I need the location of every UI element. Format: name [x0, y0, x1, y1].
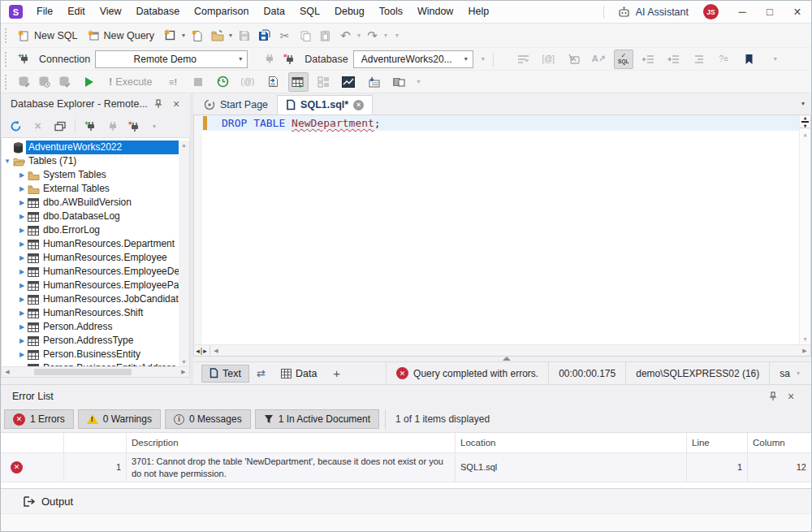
filter-messages-button[interactable]: i 0 Messages	[165, 409, 251, 429]
tree-item-humanresources-department[interactable]: ▶HumanResources.Department	[2, 237, 179, 251]
explorer-disconnect-button[interactable]: ×	[124, 116, 145, 136]
chevron-right-icon[interactable]: ▶	[16, 185, 28, 192]
pin-icon[interactable]	[764, 388, 782, 404]
tab-start-page[interactable]: Start Page	[195, 95, 277, 115]
results-tab-data[interactable]: Data	[273, 365, 325, 383]
filter-active-document-button[interactable]: 1 In Active Document	[255, 409, 379, 429]
sql-syntax-check-button[interactable]: ✓SQL	[614, 50, 633, 69]
pin-icon[interactable]	[149, 96, 167, 112]
chevron-right-icon[interactable]: ▶	[16, 227, 28, 234]
menu-edit[interactable]: Edit	[60, 1, 93, 23]
scrollbar-thumb[interactable]	[34, 369, 132, 375]
database-combobox[interactable]: AdventureWorks20... ▾	[353, 50, 473, 68]
tree-item-person-address[interactable]: ▶Person.Address	[2, 320, 179, 334]
tree-horizontal-scrollbar[interactable]: ◀ ▶	[1, 366, 190, 378]
editor-toolbar-overflow-caret[interactable]: ▾	[772, 55, 779, 63]
decrease-indent-button[interactable]	[638, 50, 659, 69]
query-history-button[interactable]	[213, 72, 233, 92]
duplicate-window-button[interactable]	[50, 116, 70, 136]
database-schedule-button[interactable]	[34, 72, 54, 92]
new-query-button[interactable]: ✱ New Query	[84, 26, 161, 45]
stop-refresh-button[interactable]: ×	[28, 116, 48, 136]
copy-button[interactable]	[295, 26, 315, 45]
increase-indent-button[interactable]	[663, 50, 684, 69]
disconnect-button[interactable]: ×	[279, 50, 300, 69]
word-wrap-button[interactable]	[513, 50, 533, 69]
sql-editor[interactable]: DROP TABLE NewDepartment; ▲▼ ▲ ▼	[193, 115, 811, 344]
new-sql-button[interactable]: ✱ New SQL	[14, 26, 84, 45]
scroll-up-icon[interactable]: ▲	[800, 132, 810, 138]
tree-item-tables-71-[interactable]: ▼Tables (71)	[2, 154, 179, 168]
error-row[interactable]: ✕ 1 3701: Cannot drop the table 'NewDepa…	[1, 453, 811, 482]
new-connection-button[interactable]: +	[14, 50, 34, 69]
refresh-button[interactable]	[6, 116, 26, 136]
database-edit-button[interactable]	[14, 72, 34, 92]
chevron-right-icon[interactable]: ▶	[16, 268, 28, 275]
close-panel-icon[interactable]: ×	[167, 96, 185, 112]
chevron-down-icon[interactable]: ▼	[2, 158, 13, 165]
chevron-right-icon[interactable]: ▶	[16, 337, 28, 344]
connection-combobox[interactable]: Remote Demo ▾	[95, 50, 248, 68]
toolbar-grip[interactable]	[5, 52, 9, 67]
tree-item-adventureworks2022[interactable]: AdventureWorks2022	[2, 141, 179, 154]
undo-button[interactable]: ↶	[335, 26, 356, 45]
menu-window[interactable]: Window	[410, 1, 460, 23]
undo-caret[interactable]: ▾	[356, 32, 362, 39]
column-number[interactable]	[64, 433, 127, 452]
execute-toolbar-overflow-caret[interactable]: ▾	[416, 78, 422, 85]
minimize-button[interactable]: ─	[728, 1, 756, 23]
chevron-right-icon[interactable]: ▶	[16, 213, 28, 220]
scroll-left-icon[interactable]: ◀	[210, 348, 222, 354]
scroll-left-icon[interactable]: ◀	[2, 369, 13, 375]
filter-warnings-button[interactable]: 0 Warnings	[78, 409, 161, 429]
menu-view[interactable]: View	[93, 1, 129, 23]
pivot-layout-button[interactable]	[313, 72, 334, 92]
results-tab-text[interactable]: Text	[201, 365, 249, 383]
tree-item-dbo-errorlog[interactable]: ▶dbo.ErrorLog	[2, 223, 179, 237]
bookmark-button[interactable]	[739, 50, 759, 69]
ai-assistant-button[interactable]: AI Assistant	[612, 5, 693, 19]
explorer-connect-button[interactable]	[102, 116, 123, 136]
maximize-button[interactable]: □	[756, 1, 784, 23]
editor-vertical-scrollbar[interactable]: ▲▼ ▲ ▼	[799, 115, 810, 344]
results-splitter[interactable]	[193, 357, 811, 361]
chevron-right-icon[interactable]: ▶	[16, 240, 28, 248]
editor-horizontal-scrollbar[interactable]: ◂|▸ ◀ ▶	[193, 344, 811, 357]
tree-item-dbo-awbuildversion[interactable]: ▶dbo.AWBuildVersion	[2, 196, 179, 210]
chevron-right-icon[interactable]: ▶	[16, 199, 28, 206]
user-selector[interactable]: sa ▾	[769, 362, 811, 384]
chevron-right-icon[interactable]: ▶	[16, 171, 28, 179]
toolbar-overflow-caret[interactable]: ▾	[394, 32, 400, 39]
quick-info-button[interactable]: ?≡	[714, 50, 734, 69]
query-plan-button[interactable]	[389, 72, 409, 92]
collapse-results-icon[interactable]	[503, 357, 511, 361]
export-document-button[interactable]	[263, 72, 283, 92]
menu-debug[interactable]: Debug	[327, 1, 372, 23]
filter-errors-button[interactable]: ✕ 1 Errors	[4, 409, 74, 429]
swap-results-icon[interactable]: ⇄	[254, 366, 268, 380]
user-avatar[interactable]: JS	[703, 4, 719, 19]
chevron-right-icon[interactable]: ▶	[16, 351, 28, 358]
add-results-tab-button[interactable]: +	[325, 365, 348, 383]
split-editor-handle[interactable]: ▲▼	[800, 115, 810, 128]
execute-script-button[interactable]: ≡!	[163, 72, 184, 92]
toolbar-grip[interactable]	[5, 28, 9, 43]
column-severity[interactable]	[1, 433, 64, 452]
new-file-button[interactable]: ✱	[187, 26, 207, 45]
new-document-button[interactable]: ✱	[160, 26, 180, 45]
new-document-caret[interactable]: ▾	[180, 32, 187, 39]
scroll-down-icon[interactable]: ▼	[181, 359, 187, 365]
email-results-button[interactable]: (@)	[238, 72, 258, 92]
chevron-right-icon[interactable]: ▶	[16, 282, 28, 289]
redo-caret[interactable]: ▾	[382, 32, 389, 39]
chevron-right-icon[interactable]: ▶	[16, 254, 28, 262]
menu-data[interactable]: Data	[256, 1, 292, 23]
chart-button[interactable]	[339, 72, 359, 92]
split-view-handle[interactable]: ◂|▸	[194, 345, 210, 356]
code-line[interactable]: DROP TABLE NewDepartment;	[222, 117, 381, 129]
toolbar-grip[interactable]	[5, 75, 9, 89]
tree-item-person-addresstype[interactable]: ▶Person.AddressType	[2, 334, 179, 348]
results-grid-button[interactable]	[288, 72, 309, 92]
stop-button[interactable]	[188, 72, 208, 92]
tree-item-humanresources-shift[interactable]: ▶HumanResources.Shift	[2, 306, 179, 320]
